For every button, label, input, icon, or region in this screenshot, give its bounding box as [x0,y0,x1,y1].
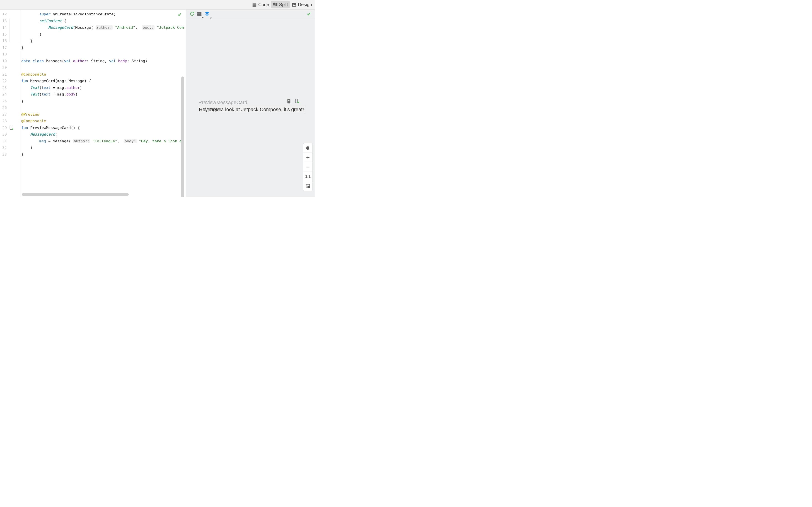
code-editor[interactable]: 12 13 14 15 16 17 18 19 20 21 22 23 24 2… [0,9,186,197]
zoom-reset-button[interactable]: 1:1 [303,172,313,181]
line-num: 20 [0,65,7,70]
deploy-preview-icon[interactable] [295,99,300,105]
line-num: 22 [0,79,7,83]
layout-icon[interactable] [197,11,202,17]
tab-code[interactable]: Code [250,1,271,8]
line-num: 15 [0,32,7,37]
interactive-preview-icon[interactable] [286,99,291,105]
line-num: 14 [0,25,7,30]
svg-rect-27 [308,186,309,188]
line-num: 21 [0,72,7,76]
tab-split[interactable]: Split [271,1,290,8]
preview-title: PreviewMessageCard [198,100,247,106]
preview-actions [286,99,300,105]
split-icon [273,2,278,7]
lines-icon [252,2,257,7]
line-num: 24 [0,92,7,97]
zoom-controls: 1:1 [303,143,312,191]
svg-marker-22 [298,101,299,103]
tab-split-label: Split [279,2,288,7]
line-num: 16 [0,39,7,43]
line-num: 28 [0,119,7,123]
preview-check-icon[interactable] [307,11,311,17]
tab-design[interactable]: Design [290,1,314,8]
svg-rect-21 [295,99,298,103]
view-mode-tabs: Code Split Design [0,0,315,9]
layers-icon[interactable] [204,11,210,18]
line-num: 13 [0,19,7,23]
line-num: 12 [0,12,7,16]
preview-toolbar [186,9,315,19]
svg-rect-13 [197,14,200,15]
preview-rendering: Colleague Hey, take a look at Jetpack Co… [198,106,305,113]
svg-rect-8 [292,3,296,7]
tab-design-label: Design [298,2,312,7]
line-num: 26 [0,106,7,110]
run-preview-icon[interactable] [9,125,14,131]
line-num: 23 [0,86,7,90]
line-num: 19 [0,59,7,63]
line-num: 18 [0,52,7,56]
svg-rect-5 [273,4,275,5]
svg-rect-12 [197,12,200,13]
main-split: 12 13 14 15 16 17 18 19 20 21 22 23 24 2… [0,9,315,197]
tab-code-label: Code [258,2,269,7]
refresh-icon[interactable] [190,11,195,17]
line-num: 25 [0,99,7,103]
design-icon [292,2,297,7]
line-num: 17 [0,46,7,50]
line-num: 33 [0,152,7,157]
svg-rect-6 [273,5,275,6]
line-num: 32 [0,146,7,150]
check-icon[interactable] [177,12,182,18]
preview-author: Colleague [199,107,221,112]
preview-pane: PreviewMessageCard Colleague Hey, take a… [186,9,315,197]
line-num: 27 [0,112,7,117]
svg-marker-17 [205,13,210,16]
zoom-out-button[interactable] [303,162,313,172]
svg-marker-11 [12,128,14,130]
zoom-in-button[interactable] [303,153,313,162]
pan-button[interactable] [303,143,313,153]
scrollbar-horizontal[interactable] [22,193,129,196]
line-num: 29 [0,126,7,130]
svg-rect-7 [275,3,277,6]
line-num: 30 [0,132,7,136]
gutter: 12 13 14 15 16 17 18 19 20 21 22 23 24 2… [0,9,20,197]
svg-marker-15 [202,17,204,18]
zoom-fit-button[interactable] [303,181,313,191]
scrollbar-vertical[interactable] [181,76,184,197]
svg-rect-10 [10,126,12,130]
svg-marker-18 [210,17,212,18]
code-content: super.onCreate(savedInstanceState) setCo… [21,9,185,100]
svg-rect-4 [273,3,275,4]
svg-rect-14 [200,12,202,16]
fold-region[interactable] [9,18,19,42]
line-num: 31 [0,139,7,143]
